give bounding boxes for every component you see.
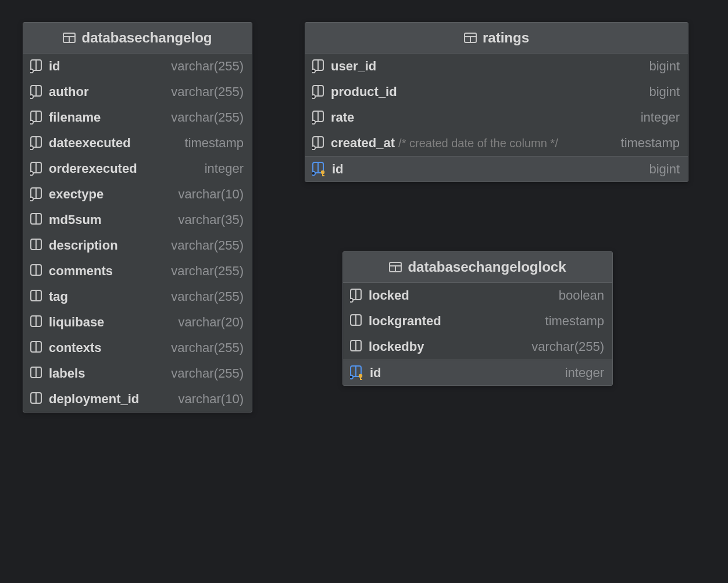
notnull-column-icon <box>312 59 325 73</box>
column-type: varchar(255) <box>171 340 244 356</box>
column-name: exectype <box>49 187 104 202</box>
column-name: created_at <box>331 136 395 151</box>
table-icon <box>389 262 402 272</box>
table-title: ratings <box>483 30 529 46</box>
column-row[interactable]: labels varchar(255) <box>23 361 252 386</box>
notnull-column-icon <box>30 59 43 73</box>
column-row[interactable]: user_id bigint <box>305 54 688 79</box>
pk-column-row[interactable]: id integer <box>343 360 612 385</box>
primary-key-icon <box>312 162 326 177</box>
column-row[interactable]: md5sum varchar(35) <box>23 207 252 233</box>
column-row[interactable]: comments varchar(255) <box>23 258 252 284</box>
column-name: tag <box>49 289 68 304</box>
column-row[interactable]: product_id bigint <box>305 79 688 105</box>
column-row[interactable]: exectype varchar(10) <box>23 182 252 207</box>
column-row[interactable]: id varchar(255) <box>23 54 252 79</box>
column-type: varchar(255) <box>171 366 244 381</box>
column-row[interactable]: deployment_id varchar(10) <box>23 386 252 412</box>
column-name: deployment_id <box>49 392 139 407</box>
column-icon <box>30 315 43 329</box>
column-type: varchar(255) <box>171 110 244 125</box>
column-name: lockedby <box>369 339 424 354</box>
notnull-column-icon <box>312 111 325 125</box>
notnull-column-icon <box>350 289 363 303</box>
table-icon <box>63 33 76 43</box>
column-type: integer <box>205 161 244 176</box>
column-row[interactable]: contexts varchar(255) <box>23 335 252 361</box>
table-header[interactable]: databasechangelog <box>23 23 252 54</box>
column-row[interactable]: created_at /* created date of the column… <box>305 130 688 156</box>
column-name: orderexecuted <box>49 161 137 176</box>
table-title: databasechangeloglock <box>408 259 566 275</box>
column-name: author <box>49 84 88 99</box>
table-databasechangelog[interactable]: databasechangelog id varchar(255) author… <box>23 22 252 413</box>
table-header[interactable]: databasechangeloglock <box>343 252 612 283</box>
column-name: product_id <box>331 84 397 99</box>
notnull-column-icon <box>312 136 325 150</box>
column-type: varchar(255) <box>171 289 244 304</box>
column-type: timestamp <box>621 136 680 151</box>
column-type: varchar(255) <box>171 59 244 74</box>
column-row[interactable]: lockedby varchar(255) <box>343 334 612 360</box>
column-type: varchar(255) <box>171 238 244 253</box>
column-type: varchar(35) <box>179 212 244 227</box>
column-type: integer <box>565 365 604 381</box>
column-type: varchar(10) <box>179 187 244 202</box>
column-icon <box>30 213 43 227</box>
notnull-column-icon <box>30 111 43 125</box>
column-icon <box>350 314 363 328</box>
column-row[interactable]: rate integer <box>305 105 688 130</box>
table-ratings[interactable]: ratings user_id bigint product_id bigint… <box>305 22 688 182</box>
column-row[interactable]: filename varchar(255) <box>23 105 252 130</box>
column-icon <box>30 392 43 406</box>
column-name: dateexecuted <box>49 136 131 151</box>
column-name: user_id <box>331 59 376 74</box>
column-name: filename <box>49 110 101 125</box>
column-name: id <box>49 59 60 74</box>
column-name: locked <box>369 288 409 303</box>
column-name: rate <box>331 110 354 125</box>
notnull-column-icon <box>312 85 325 99</box>
column-icon <box>30 264 43 278</box>
column-row[interactable]: orderexecuted integer <box>23 156 252 182</box>
column-comment: /* created date of the column */ <box>398 137 558 150</box>
column-type: timestamp <box>545 314 604 329</box>
table-title: databasechangelog <box>81 30 212 46</box>
table-databasechangeloglock[interactable]: databasechangeloglock locked boolean loc… <box>342 251 613 386</box>
notnull-column-icon <box>30 85 43 99</box>
column-name: liquibase <box>49 315 104 330</box>
notnull-column-icon <box>30 136 43 150</box>
table-header[interactable]: ratings <box>305 23 688 54</box>
column-row[interactable]: liquibase varchar(20) <box>23 310 252 335</box>
column-name: md5sum <box>49 212 101 227</box>
column-icon <box>30 290 43 304</box>
table-icon <box>464 33 477 43</box>
column-name: contexts <box>49 340 101 356</box>
column-row[interactable]: locked boolean <box>343 283 612 308</box>
column-type: integer <box>641 110 680 125</box>
column-type: timestamp <box>185 136 244 151</box>
column-row[interactable]: tag varchar(255) <box>23 284 252 310</box>
primary-key-icon <box>350 365 364 381</box>
column-icon <box>350 340 363 354</box>
column-type: varchar(255) <box>171 84 244 99</box>
column-name: comments <box>49 264 113 279</box>
column-row[interactable]: dateexecuted timestamp <box>23 130 252 156</box>
column-name: id <box>370 365 381 381</box>
column-name: labels <box>49 366 85 381</box>
column-type: varchar(255) <box>531 339 604 354</box>
column-row[interactable]: author varchar(255) <box>23 79 252 105</box>
column-row[interactable]: description varchar(255) <box>23 233 252 258</box>
column-type: boolean <box>559 288 604 303</box>
column-name: description <box>49 238 118 253</box>
column-type: varchar(10) <box>179 392 244 407</box>
column-icon <box>30 367 43 381</box>
column-type: bigint <box>649 59 680 74</box>
column-row[interactable]: lockgranted timestamp <box>343 308 612 334</box>
column-type: varchar(255) <box>171 264 244 279</box>
pk-column-row[interactable]: id bigint <box>305 156 688 182</box>
notnull-column-icon <box>30 187 43 201</box>
column-icon <box>30 341 43 355</box>
column-icon <box>30 239 43 253</box>
column-name: id <box>332 162 344 177</box>
